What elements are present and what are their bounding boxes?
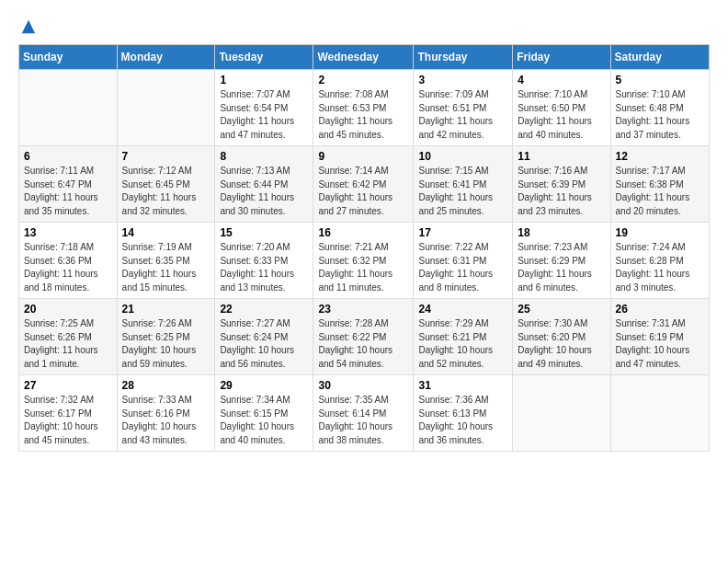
calendar-cell: 8Sunrise: 7:13 AMSunset: 6:44 PMDaylight… <box>215 146 313 223</box>
day-info: Sunrise: 7:24 AMSunset: 6:28 PMDaylight:… <box>616 241 704 294</box>
day-info: Sunrise: 7:32 AMSunset: 6:17 PMDaylight:… <box>24 394 112 447</box>
calendar-cell: 2Sunrise: 7:08 AMSunset: 6:53 PMDaylight… <box>313 70 414 146</box>
day-info: Sunrise: 7:36 AMSunset: 6:13 PMDaylight:… <box>418 394 507 447</box>
day-number: 18 <box>518 226 605 239</box>
day-info: Sunrise: 7:11 AMSunset: 6:47 PMDaylight:… <box>24 165 112 218</box>
day-info: Sunrise: 7:34 AMSunset: 6:15 PMDaylight:… <box>220 394 308 447</box>
day-info: Sunrise: 7:14 AMSunset: 6:42 PMDaylight:… <box>318 165 408 218</box>
day-number: 22 <box>220 303 308 316</box>
day-number: 16 <box>318 226 408 239</box>
day-info: Sunrise: 7:35 AMSunset: 6:14 PMDaylight:… <box>318 394 408 447</box>
calendar-cell: 22Sunrise: 7:27 AMSunset: 6:24 PMDayligh… <box>215 299 313 375</box>
day-number: 28 <box>122 379 210 392</box>
calendar-cell: 18Sunrise: 7:23 AMSunset: 6:29 PMDayligh… <box>513 223 610 299</box>
calendar-cell: 14Sunrise: 7:19 AMSunset: 6:35 PMDayligh… <box>117 223 215 299</box>
day-info: Sunrise: 7:10 AMSunset: 6:50 PMDaylight:… <box>518 88 605 142</box>
day-number: 4 <box>518 74 605 86</box>
week-row-2: 6Sunrise: 7:11 AMSunset: 6:47 PMDaylight… <box>19 146 710 223</box>
calendar-cell: 26Sunrise: 7:31 AMSunset: 6:19 PMDayligh… <box>610 299 709 375</box>
day-number: 25 <box>518 303 605 316</box>
calendar-cell: 4Sunrise: 7:10 AMSunset: 6:50 PMDaylight… <box>513 70 610 146</box>
calendar-cell: 3Sunrise: 7:09 AMSunset: 6:51 PMDaylight… <box>414 70 513 146</box>
day-number: 13 <box>24 226 112 239</box>
calendar-cell: 19Sunrise: 7:24 AMSunset: 6:28 PMDayligh… <box>610 223 709 299</box>
calendar-cell: 7Sunrise: 7:12 AMSunset: 6:45 PMDaylight… <box>117 146 215 223</box>
day-number: 31 <box>418 379 507 392</box>
day-number: 8 <box>220 150 308 163</box>
day-info: Sunrise: 7:31 AMSunset: 6:19 PMDaylight:… <box>616 317 704 371</box>
day-number: 26 <box>616 303 704 316</box>
day-number: 15 <box>220 226 308 239</box>
calendar-cell: 27Sunrise: 7:32 AMSunset: 6:17 PMDayligh… <box>19 375 118 452</box>
calendar-cell <box>117 70 215 146</box>
day-info: Sunrise: 7:26 AMSunset: 6:25 PMDaylight:… <box>122 317 210 371</box>
day-number: 6 <box>24 150 112 163</box>
calendar-cell: 9Sunrise: 7:14 AMSunset: 6:42 PMDaylight… <box>313 146 414 223</box>
calendar-cell <box>19 70 118 146</box>
day-info: Sunrise: 7:12 AMSunset: 6:45 PMDaylight:… <box>122 165 210 218</box>
day-info: Sunrise: 7:28 AMSunset: 6:22 PMDaylight:… <box>318 317 408 371</box>
day-number: 19 <box>616 226 704 239</box>
day-number: 17 <box>418 226 507 239</box>
svg-marker-0 <box>22 20 35 33</box>
calendar-cell: 16Sunrise: 7:21 AMSunset: 6:32 PMDayligh… <box>313 223 414 299</box>
day-info: Sunrise: 7:07 AMSunset: 6:54 PMDaylight:… <box>220 88 308 142</box>
page-header <box>18 18 710 35</box>
calendar-table: SundayMondayTuesdayWednesdayThursdayFrid… <box>18 44 710 452</box>
calendar-cell: 13Sunrise: 7:18 AMSunset: 6:36 PMDayligh… <box>19 223 118 299</box>
weekday-header-wednesday: Wednesday <box>313 45 414 70</box>
day-number: 10 <box>418 150 507 163</box>
calendar-cell: 11Sunrise: 7:16 AMSunset: 6:39 PMDayligh… <box>513 146 610 223</box>
day-info: Sunrise: 7:19 AMSunset: 6:35 PMDaylight:… <box>122 241 210 294</box>
day-number: 12 <box>616 150 704 163</box>
day-number: 9 <box>318 150 408 163</box>
day-number: 24 <box>418 303 507 316</box>
day-info: Sunrise: 7:29 AMSunset: 6:21 PMDaylight:… <box>418 317 507 371</box>
day-info: Sunrise: 7:08 AMSunset: 6:53 PMDaylight:… <box>318 88 408 142</box>
calendar-cell: 30Sunrise: 7:35 AMSunset: 6:14 PMDayligh… <box>313 375 414 452</box>
week-row-3: 13Sunrise: 7:18 AMSunset: 6:36 PMDayligh… <box>19 223 710 299</box>
weekday-header-tuesday: Tuesday <box>215 45 313 70</box>
week-row-1: 1Sunrise: 7:07 AMSunset: 6:54 PMDaylight… <box>19 70 710 146</box>
day-info: Sunrise: 7:15 AMSunset: 6:41 PMDaylight:… <box>418 165 507 218</box>
day-number: 5 <box>616 74 704 86</box>
weekday-header-thursday: Thursday <box>414 45 513 70</box>
weekday-header-saturday: Saturday <box>610 45 709 70</box>
calendar-cell: 5Sunrise: 7:10 AMSunset: 6:48 PMDaylight… <box>610 70 709 146</box>
day-number: 1 <box>220 74 308 86</box>
calendar-cell: 20Sunrise: 7:25 AMSunset: 6:26 PMDayligh… <box>19 299 118 375</box>
calendar-cell <box>513 375 610 452</box>
day-number: 11 <box>518 150 605 163</box>
day-info: Sunrise: 7:21 AMSunset: 6:32 PMDaylight:… <box>318 241 408 294</box>
calendar-cell <box>610 375 709 452</box>
day-number: 30 <box>318 379 408 392</box>
logo-icon <box>20 18 37 35</box>
day-info: Sunrise: 7:27 AMSunset: 6:24 PMDaylight:… <box>220 317 308 371</box>
calendar-cell: 29Sunrise: 7:34 AMSunset: 6:15 PMDayligh… <box>215 375 313 452</box>
calendar-cell: 25Sunrise: 7:30 AMSunset: 6:20 PMDayligh… <box>513 299 610 375</box>
calendar-cell: 23Sunrise: 7:28 AMSunset: 6:22 PMDayligh… <box>313 299 414 375</box>
day-info: Sunrise: 7:17 AMSunset: 6:38 PMDaylight:… <box>616 165 704 218</box>
day-info: Sunrise: 7:23 AMSunset: 6:29 PMDaylight:… <box>518 241 605 294</box>
day-info: Sunrise: 7:18 AMSunset: 6:36 PMDaylight:… <box>24 241 112 294</box>
day-info: Sunrise: 7:33 AMSunset: 6:16 PMDaylight:… <box>122 394 210 447</box>
week-row-4: 20Sunrise: 7:25 AMSunset: 6:26 PMDayligh… <box>19 299 710 375</box>
calendar-cell: 31Sunrise: 7:36 AMSunset: 6:13 PMDayligh… <box>414 375 513 452</box>
day-number: 21 <box>122 303 210 316</box>
weekday-header-row: SundayMondayTuesdayWednesdayThursdayFrid… <box>19 45 710 70</box>
calendar-cell: 12Sunrise: 7:17 AMSunset: 6:38 PMDayligh… <box>610 146 709 223</box>
calendar-page: SundayMondayTuesdayWednesdayThursdayFrid… <box>0 0 728 461</box>
calendar-cell: 1Sunrise: 7:07 AMSunset: 6:54 PMDaylight… <box>215 70 313 146</box>
day-number: 14 <box>122 226 210 239</box>
logo <box>18 18 37 35</box>
day-info: Sunrise: 7:22 AMSunset: 6:31 PMDaylight:… <box>418 241 507 294</box>
calendar-cell: 28Sunrise: 7:33 AMSunset: 6:16 PMDayligh… <box>117 375 215 452</box>
weekday-header-monday: Monday <box>117 45 215 70</box>
day-info: Sunrise: 7:09 AMSunset: 6:51 PMDaylight:… <box>418 88 507 142</box>
day-info: Sunrise: 7:16 AMSunset: 6:39 PMDaylight:… <box>518 165 605 218</box>
day-info: Sunrise: 7:30 AMSunset: 6:20 PMDaylight:… <box>518 317 605 371</box>
day-number: 27 <box>24 379 112 392</box>
day-info: Sunrise: 7:10 AMSunset: 6:48 PMDaylight:… <box>616 88 704 142</box>
day-number: 23 <box>318 303 408 316</box>
calendar-cell: 17Sunrise: 7:22 AMSunset: 6:31 PMDayligh… <box>414 223 513 299</box>
